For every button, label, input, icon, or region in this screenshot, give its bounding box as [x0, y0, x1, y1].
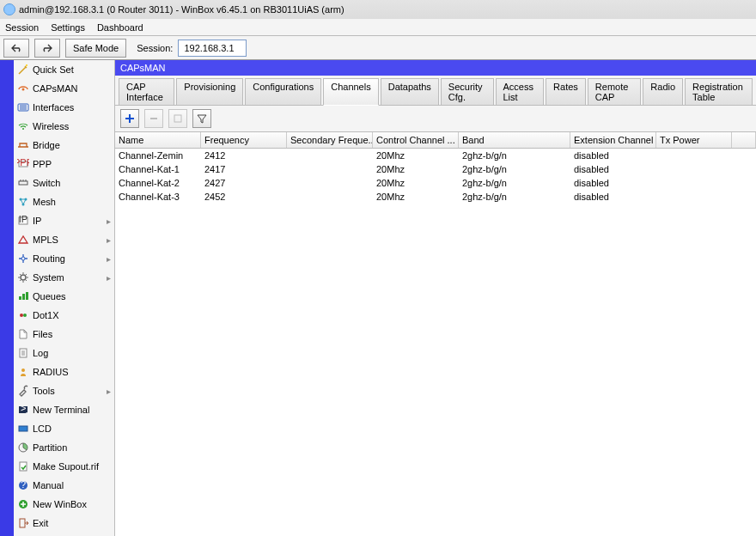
col-secondary-freq[interactable]: Secondary Freque...	[287, 132, 373, 148]
sidebar-item-switch[interactable]: Switch	[14, 174, 114, 192]
tab-channels[interactable]: Channels	[323, 78, 378, 106]
submenu-arrow-icon: ▸	[107, 273, 111, 283]
sidebar-item-queues[interactable]: Queues	[14, 287, 114, 306]
sidebar-item-label: New WinBox	[33, 499, 87, 509]
col-extension-channel[interactable]: Extension Channel	[570, 132, 656, 148]
sidebar-item-ppp[interactable]: PPPPPP	[14, 155, 114, 174]
sidebar-item-tools[interactable]: Tools▸	[14, 381, 114, 400]
cell-band: 2ghz-b/g/n	[459, 190, 570, 204]
sidebar-item-radius[interactable]: RADIUS	[14, 362, 114, 381]
remove-button[interactable]	[144, 109, 163, 128]
sidebar-item-new-terminal[interactable]: >_New Terminal	[14, 400, 114, 419]
sidebar-item-label: Log	[33, 348, 48, 358]
tab-cap-interface[interactable]: CAP Interface	[119, 78, 174, 106]
tab-datapaths[interactable]: Datapaths	[381, 78, 439, 106]
enable-button[interactable]	[168, 109, 187, 128]
col-name[interactable]: Name	[115, 132, 201, 148]
tab-provisioning[interactable]: Provisioning	[176, 78, 243, 106]
newwb-icon	[17, 498, 29, 510]
sidebar-item-mesh[interactable]: Mesh	[14, 192, 114, 211]
window-titlebar: admin@192.168.3.1 (0 Router 3011) - WinB…	[0, 0, 756, 19]
ifaces-icon	[17, 101, 29, 113]
safe-mode-button[interactable]: Safe Mode	[65, 39, 126, 58]
sidebar-item-label: RADIUS	[33, 367, 69, 377]
table-row[interactable]: Channel-Kat-2242720Mhz2ghz-b/g/ndisabled	[115, 176, 756, 190]
tab-radio[interactable]: Radio	[643, 78, 683, 106]
log-icon	[17, 347, 29, 359]
sidebar-item-label: IP	[33, 216, 41, 226]
sidebar-item-make-supout-rif[interactable]: Make Supout.rif	[14, 457, 114, 476]
sidebar-item-new-winbox[interactable]: New WinBox	[14, 495, 114, 514]
sidebar-item-system[interactable]: System▸	[14, 268, 114, 287]
tab-bar: CAP InterfaceProvisioningConfigurationsC…	[115, 76, 756, 106]
sidebar-item-mpls[interactable]: MPLS▸	[14, 230, 114, 249]
cell-tx	[656, 149, 732, 162]
sidebar-item-exit[interactable]: Exit	[14, 514, 114, 533]
sidebar-item-partition[interactable]: Partition	[14, 438, 114, 457]
sidebar-item-ip[interactable]: IPIP▸	[14, 211, 114, 230]
sidebar-item-interfaces[interactable]: Interfaces	[14, 98, 114, 117]
table-row[interactable]: Channel-Zemin241220Mhz2ghz-b/g/ndisabled	[115, 149, 756, 162]
grid-toolbar	[115, 106, 756, 132]
session-value: 192.168.3.1	[184, 43, 234, 53]
tab-remote-cap[interactable]: Remote CAP	[588, 78, 642, 106]
svg-text:IP: IP	[19, 215, 27, 224]
sidebar-item-label: Queues	[33, 291, 66, 302]
col-tx-power[interactable]: Tx Power	[656, 132, 732, 148]
sidebar-item-routing[interactable]: Routing▸	[14, 249, 114, 268]
sidebar-item-quick-set[interactable]: Quick Set	[14, 60, 114, 79]
sidebar-item-bridge[interactable]: Bridge	[14, 136, 114, 155]
table-row[interactable]: Channel-Kat-1241720Mhz2ghz-b/g/ndisabled	[115, 162, 756, 176]
sidebar-item-log[interactable]: Log	[14, 344, 114, 362]
cell-spacer	[732, 190, 756, 204]
col-control-channel[interactable]: Control Channel ...	[373, 132, 459, 148]
table-row[interactable]: Channel-Kat-3245220Mhz2ghz-b/g/ndisabled	[115, 190, 756, 204]
cell-secondary	[287, 176, 373, 190]
wand-icon	[17, 64, 29, 76]
cell-tx	[656, 176, 732, 190]
undo-button[interactable]	[3, 39, 29, 58]
svg-rect-20	[19, 426, 27, 431]
col-frequency[interactable]: Frequency	[201, 132, 287, 148]
sidebar-item-label: PPP	[33, 159, 52, 169]
left-accent-bar	[0, 60, 14, 536]
cell-frequency: 2412	[201, 149, 287, 162]
term-icon: >_	[17, 404, 29, 416]
grid-body: Channel-Zemin241220Mhz2ghz-b/g/ndisabled…	[115, 149, 756, 204]
menu-bar: Session Settings Dashboard	[0, 19, 756, 36]
session-value-box[interactable]: 192.168.3.1	[178, 40, 247, 57]
sidebar-item-label: Files	[33, 329, 52, 339]
tab-registration-table[interactable]: Registration Table	[685, 78, 753, 106]
col-band[interactable]: Band	[459, 132, 570, 148]
cell-name: Channel-Zemin	[115, 149, 201, 162]
submenu-arrow-icon: ▸	[107, 235, 111, 245]
sidebar-item-label: MPLS	[33, 234, 58, 245]
sidebar-item-manual[interactable]: ?Manual	[14, 476, 114, 495]
svg-point-1	[22, 88, 25, 91]
sidebar-item-label: New Terminal	[33, 405, 89, 415]
sidebar-item-label: Routing	[33, 253, 65, 264]
menu-settings[interactable]: Settings	[51, 22, 85, 33]
cell-extension: disabled	[570, 149, 656, 162]
redo-button[interactable]	[34, 39, 60, 58]
menu-session[interactable]: Session	[5, 22, 39, 33]
menu-dashboard[interactable]: Dashboard	[97, 22, 143, 33]
tab-configurations[interactable]: Configurations	[245, 78, 321, 106]
sidebar-item-wireless[interactable]: Wireless	[14, 117, 114, 136]
sidebar-item-capsman[interactable]: CAPsMAN	[14, 79, 114, 98]
svg-text:?: ?	[21, 479, 26, 490]
sidebar-item-label: Manual	[33, 480, 64, 490]
tab-access-list[interactable]: Access List	[496, 78, 545, 106]
cell-name: Channel-Kat-2	[115, 176, 201, 190]
sidebar-item-dot1x[interactable]: Dot1X	[14, 306, 114, 325]
sidebar-item-lcd[interactable]: LCD	[14, 419, 114, 438]
cell-frequency: 2417	[201, 162, 287, 176]
tab-rates[interactable]: Rates	[546, 78, 586, 106]
tab-security-cfg-[interactable]: Security Cfg.	[441, 78, 494, 106]
filter-button[interactable]	[192, 109, 211, 128]
sidebar-item-files[interactable]: Files	[14, 325, 114, 344]
routing-icon	[17, 253, 29, 265]
add-button[interactable]	[120, 109, 139, 128]
sidebar-item-label: System	[33, 272, 64, 283]
cell-control: 20Mhz	[373, 190, 459, 204]
